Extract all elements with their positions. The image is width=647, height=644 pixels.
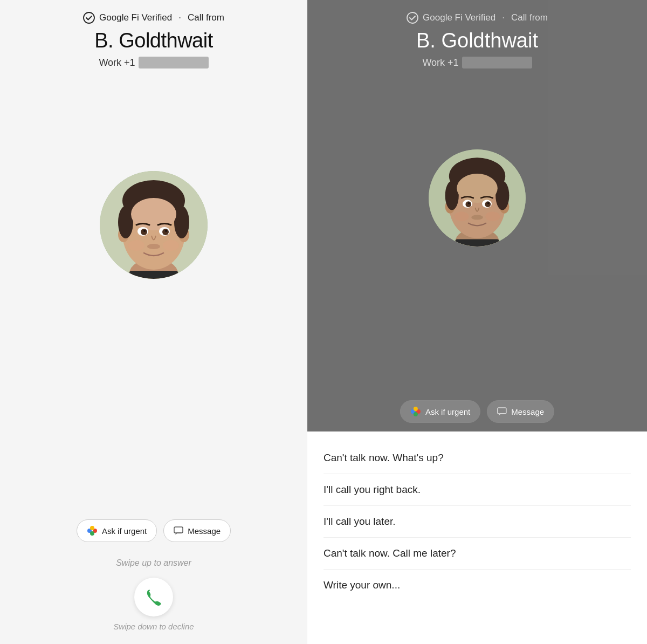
action-buttons-right: Ask if urgent Message <box>400 400 554 423</box>
call-from-text-right: Call from <box>511 12 548 23</box>
ask-urgent-button-left[interactable]: Ask if urgent <box>77 519 157 542</box>
ask-urgent-label-left: Ask if urgent <box>102 526 147 536</box>
swipe-down-text: Swipe down to decline <box>113 622 194 631</box>
left-panel: Google Fi Verified · Call from B. Goldth… <box>0 0 307 644</box>
svg-point-37 <box>457 174 498 203</box>
verified-text-right: Google Fi Verified <box>423 12 495 23</box>
caller-number-left: Work +1 <box>99 57 208 68</box>
caller-name-right: B. Goldthwait <box>416 29 538 52</box>
dot-separator-right: · <box>502 12 505 23</box>
call-from-text-left: Call from <box>188 12 224 23</box>
svg-rect-51 <box>498 408 506 414</box>
google-assistant-icon-left <box>87 525 98 536</box>
svg-point-0 <box>84 12 94 23</box>
message-button-right[interactable]: Message <box>487 400 554 423</box>
svg-point-36 <box>495 181 509 210</box>
message-item-3[interactable]: Can't talk now. Call me later? <box>324 538 631 570</box>
message-button-left[interactable]: Message <box>163 519 231 542</box>
phone-answer-button[interactable] <box>134 578 173 616</box>
message-list: Can't talk now. What's up? I'll call you… <box>307 431 647 644</box>
right-header-bar: Google Fi Verified · Call from <box>407 12 548 24</box>
svg-point-16 <box>143 230 146 232</box>
svg-point-18 <box>147 244 160 249</box>
svg-rect-30 <box>456 239 499 247</box>
svg-point-46 <box>485 211 500 221</box>
verified-check-icon <box>83 12 95 24</box>
svg-point-15 <box>162 229 169 235</box>
google-assistant-icon-right <box>410 406 421 417</box>
svg-point-14 <box>141 229 147 235</box>
svg-point-40 <box>465 201 471 207</box>
action-buttons-left: Ask if urgent Message <box>77 519 231 542</box>
svg-point-45 <box>455 211 469 221</box>
svg-point-23 <box>90 526 94 530</box>
avatar-left <box>100 171 208 279</box>
svg-rect-25 <box>174 527 183 533</box>
verified-check-icon-right <box>407 12 418 24</box>
svg-point-19 <box>128 240 144 251</box>
svg-point-42 <box>468 202 470 204</box>
caller-name-left: B. Goldthwait <box>94 29 213 52</box>
number-redacted-right <box>462 57 532 68</box>
dot-separator-left: · <box>178 12 181 23</box>
number-label-right: Work +1 <box>422 57 458 68</box>
message-item-0[interactable]: Can't talk now. What's up? <box>324 442 631 474</box>
message-icon-left <box>174 526 183 536</box>
message-icon-right <box>497 407 507 416</box>
svg-point-26 <box>407 12 418 23</box>
svg-point-20 <box>163 240 179 251</box>
avatar-right <box>429 149 526 246</box>
svg-point-11 <box>131 198 176 230</box>
right-panel: Google Fi Verified · Call from B. Goldth… <box>307 0 647 644</box>
ask-urgent-button-right[interactable]: Ask if urgent <box>400 400 480 423</box>
number-redacted-left <box>139 57 209 68</box>
left-header-bar: Google Fi Verified · Call from <box>83 12 224 24</box>
ask-urgent-label-right: Ask if urgent <box>425 407 470 416</box>
svg-point-41 <box>485 201 491 207</box>
number-label-left: Work +1 <box>99 57 135 68</box>
svg-point-49 <box>414 407 418 411</box>
verified-text-left: Google Fi Verified <box>99 12 172 23</box>
message-item-4[interactable]: Write your own... <box>324 570 631 601</box>
svg-rect-4 <box>129 271 178 279</box>
svg-point-35 <box>445 181 459 210</box>
svg-point-24 <box>90 531 94 536</box>
message-label-left: Message <box>188 526 221 536</box>
svg-point-50 <box>414 412 418 416</box>
swipe-up-text: Swipe up to answer <box>116 558 191 568</box>
message-label-right: Message <box>511 407 544 416</box>
svg-point-10 <box>174 206 189 238</box>
svg-point-17 <box>165 230 167 232</box>
phone-answer-icon <box>144 588 163 606</box>
caller-number-right: Work +1 <box>422 57 532 68</box>
right-overlay: Google Fi Verified · Call from B. Goldth… <box>307 0 647 431</box>
svg-point-43 <box>487 202 490 204</box>
svg-point-9 <box>118 206 133 238</box>
message-item-2[interactable]: I'll call you later. <box>324 506 631 538</box>
message-item-1[interactable]: I'll call you right back. <box>324 474 631 506</box>
svg-point-44 <box>471 215 483 220</box>
